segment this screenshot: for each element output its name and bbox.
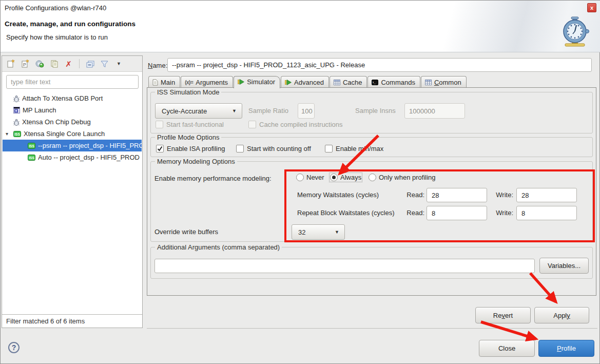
group-title: Profile Mode Options bbox=[155, 133, 221, 141]
tab-label: Simulator bbox=[247, 78, 275, 86]
svg-text:›_: ›_ bbox=[373, 81, 376, 84]
delete-icon[interactable]: ✗ bbox=[64, 60, 73, 68]
window-close-button[interactable]: x bbox=[587, 3, 596, 12]
profile-button[interactable]: Profile bbox=[538, 340, 594, 357]
new-prototype-icon[interactable]: P bbox=[21, 60, 30, 68]
write-label: Write: bbox=[493, 191, 513, 199]
enable-min-max-checkbox[interactable]: Enable min/max bbox=[325, 145, 383, 152]
repeat-block-write-input[interactable] bbox=[516, 206, 577, 220]
radio-icon bbox=[296, 174, 304, 181]
tab-label: Arguments bbox=[196, 79, 228, 86]
tab-label: Advanced bbox=[294, 79, 324, 86]
tab-label: Main bbox=[161, 79, 175, 86]
filter-input[interactable] bbox=[6, 75, 139, 89]
new-configuration-icon[interactable] bbox=[7, 60, 15, 68]
simulation-mode-dropdown[interactable]: Cycle-Accurate ▼ bbox=[155, 103, 242, 119]
tab-arguments[interactable]: (x)= Arguments bbox=[181, 76, 233, 88]
radio-never[interactable]: Never bbox=[296, 174, 324, 181]
mp-launch-icon bbox=[13, 107, 20, 113]
svg-text:ISS: ISS bbox=[29, 156, 34, 159]
cache-compiled-instructions-checkbox[interactable]: Cache compiled instructions bbox=[248, 121, 343, 128]
sample-insns-input[interactable] bbox=[404, 103, 465, 119]
write-label: Write: bbox=[493, 209, 513, 217]
revert-button[interactable]: Revert bbox=[475, 307, 531, 323]
radio-always[interactable]: Always bbox=[330, 174, 361, 181]
toolbar-menu-caret-icon[interactable]: ▼ bbox=[114, 60, 123, 68]
filter-status-text: Filter matched 6 of 6 items bbox=[2, 314, 142, 328]
additional-arguments-group: Additional Arguments (comma separated) V… bbox=[150, 247, 593, 279]
tab-advanced[interactable]: Advanced bbox=[281, 76, 329, 88]
close-button[interactable]: Close bbox=[479, 340, 535, 357]
debug-attach-icon bbox=[13, 95, 20, 102]
start-fast-functional-checkbox[interactable]: Start fast-functional bbox=[156, 121, 224, 128]
arguments-icon: (x)= bbox=[185, 80, 193, 85]
tree-item-attach-gdb[interactable]: Attach To Xtensa GDB Port bbox=[3, 92, 142, 104]
checkbox-checked-icon bbox=[156, 145, 164, 152]
start-with-counting-off-checkbox[interactable]: Start with counting off bbox=[236, 145, 311, 152]
repeat-block-waitstates-label: Repeat Block Waitstates (cycles) bbox=[297, 209, 395, 217]
document-icon bbox=[152, 79, 158, 86]
simulator-tab-panel: ISS Simulation Mode Cycle-Accurate ▼ Sam… bbox=[147, 87, 596, 296]
sample-ratio-input[interactable] bbox=[298, 103, 315, 119]
duplicate-icon[interactable] bbox=[50, 60, 59, 68]
override-write-buffers-dropdown[interactable]: 32 ▼ bbox=[292, 224, 345, 240]
help-button[interactable]: ? bbox=[8, 342, 20, 353]
configurations-sidebar: P ✗ ▼ Attach To Xtens bbox=[2, 55, 143, 328]
tree-item-mp-launch[interactable]: MP Launch bbox=[3, 104, 142, 116]
chevron-down-icon: ▼ bbox=[335, 229, 339, 235]
export-configuration-icon[interactable] bbox=[35, 60, 44, 68]
iss-launch-icon: ISS bbox=[28, 143, 35, 149]
checkbox-icon bbox=[325, 145, 333, 152]
tree-item-label: Attach To Xtensa GDB Port bbox=[22, 94, 103, 102]
svg-text:ISS: ISS bbox=[29, 144, 34, 147]
checkbox-icon bbox=[156, 121, 163, 128]
memory-modeling-options-group: Memory Modeling Options Enable memory pe… bbox=[150, 161, 593, 242]
window-title: Profile Configurations @wlan-r740 bbox=[5, 4, 106, 12]
configurations-tree: Attach To Xtensa GDB Port MP Launch Xten… bbox=[3, 92, 142, 315]
tree-item-label: Auto -- project_dsp - HIFI5_PROD bbox=[38, 154, 140, 161]
radio-only-when-profiling[interactable]: Only when profiling bbox=[369, 174, 436, 181]
name-input[interactable] bbox=[167, 58, 592, 72]
tree-item-single-core-launch[interactable]: ▾ ISS Xtensa Single Core Launch bbox=[3, 128, 142, 140]
tree-item-auto-config[interactable]: ISS Auto -- project_dsp - HIFI5_PROD bbox=[3, 151, 142, 163]
tab-main[interactable]: Main bbox=[148, 76, 180, 88]
tab-commands[interactable]: ›_ Commands bbox=[367, 76, 420, 88]
dialog-banner: Profile Configurations @wlan-r740 x Crea… bbox=[1, 1, 600, 52]
filter-icon[interactable] bbox=[100, 60, 109, 68]
memory-waitstates-write-input[interactable] bbox=[516, 188, 577, 202]
read-label: Read: bbox=[404, 191, 424, 199]
checkbox-label: Cache compiled instructions bbox=[259, 121, 343, 128]
stopwatch-icon bbox=[558, 15, 592, 48]
tree-item-label: --psram -- project_dsp - HIFI5_PROD_1123… bbox=[38, 142, 142, 149]
run-icon bbox=[285, 79, 292, 86]
checkbox-label: Enable ISA profiling bbox=[167, 145, 225, 152]
group-title: ISS Simulation Mode bbox=[155, 88, 221, 96]
tab-cache[interactable]: Cache bbox=[330, 76, 367, 88]
svg-text:ISS: ISS bbox=[14, 132, 20, 136]
iss-launch-icon: ISS bbox=[28, 155, 35, 161]
tab-simulator[interactable]: Simulator bbox=[234, 76, 280, 88]
checkbox-icon bbox=[248, 121, 256, 128]
profile-configurations-dialog: Profile Configurations @wlan-r740 x Crea… bbox=[0, 0, 600, 364]
iss-launch-icon: ISS bbox=[13, 131, 21, 137]
tree-item-label: MP Launch bbox=[23, 106, 56, 114]
variables-button[interactable]: Variables... bbox=[539, 258, 589, 274]
additional-arguments-input[interactable] bbox=[154, 259, 535, 273]
apply-button[interactable]: Apply bbox=[534, 307, 589, 323]
collapse-all-icon[interactable] bbox=[86, 60, 94, 68]
console-icon: ›_ bbox=[372, 80, 378, 85]
sample-insns-label: Sample Insns bbox=[355, 107, 396, 114]
checkbox-icon bbox=[236, 145, 244, 152]
tree-item-on-chip-debug[interactable]: Xtensa On Chip Debug bbox=[3, 116, 142, 128]
repeat-block-read-input[interactable] bbox=[427, 206, 487, 220]
table-icon bbox=[334, 80, 340, 85]
radio-label: Never bbox=[306, 174, 324, 181]
enable-isa-profiling-checkbox[interactable]: Enable ISA profiling bbox=[156, 145, 225, 152]
tree-expander-icon[interactable]: ▾ bbox=[6, 131, 8, 137]
group-title: Memory Modeling Options bbox=[155, 158, 237, 165]
tree-item-psram-config[interactable]: ISS --psram -- project_dsp - HIFI5_PROD_… bbox=[3, 140, 142, 151]
enable-memory-modeling-label: Enable memory performance modeling: bbox=[154, 175, 272, 182]
tab-bar: Main (x)= Arguments Simulator Advanced bbox=[148, 75, 467, 88]
tab-common[interactable]: Common bbox=[421, 76, 467, 88]
memory-waitstates-read-input[interactable] bbox=[427, 188, 487, 202]
